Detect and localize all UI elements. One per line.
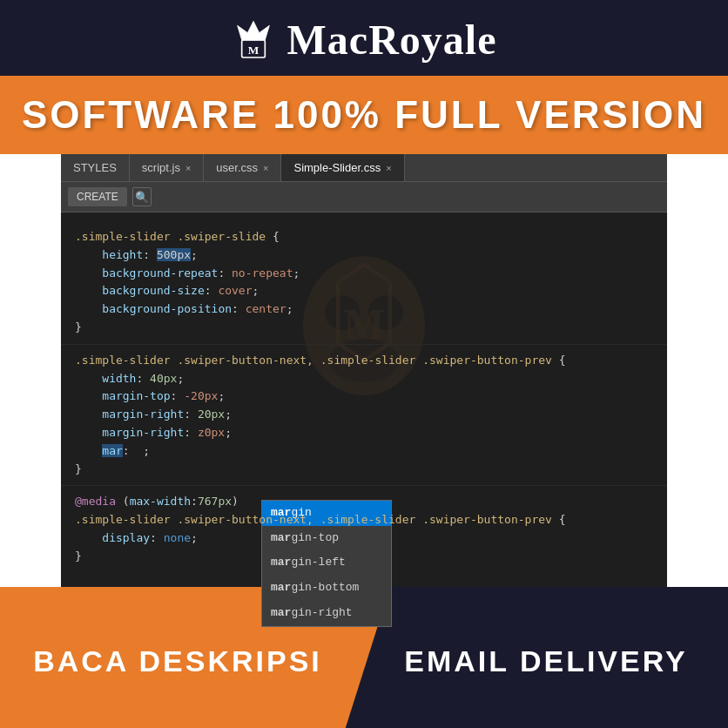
tab-scriptjs-label: script.js bbox=[142, 161, 180, 174]
code-block-2: .simple-slider .swiper-button-next, .sim… bbox=[61, 345, 667, 487]
tab-usercss[interactable]: user.css × bbox=[204, 154, 281, 181]
tab-simple-slider-close[interactable]: × bbox=[386, 163, 391, 173]
code-block-1: .simple-slider .swiper-slide { height: 5… bbox=[61, 221, 667, 345]
baca-deskripsi-text: BACA DESKRIPSI bbox=[33, 644, 322, 678]
toolbar: CREATE 🔍 bbox=[61, 182, 667, 212]
tab-styles-label: STYLES bbox=[73, 161, 117, 174]
software-banner-text: SOFTWARE 100% FULL VERSION bbox=[22, 93, 706, 136]
autocomplete-item-margin-right[interactable]: margin-right bbox=[262, 601, 391, 626]
tab-simple-slider-css[interactable]: Simple-Slider.css × bbox=[281, 154, 404, 181]
tab-scriptjs-close[interactable]: × bbox=[185, 163, 191, 173]
header: M MacRoyale bbox=[0, 0, 728, 76]
header-title: MacRoyale bbox=[287, 16, 497, 64]
macroyale-logo-icon: M bbox=[232, 18, 275, 62]
tab-usercss-label: user.css bbox=[216, 161, 258, 174]
bottom-right-panel: EMAIL DELIVERY bbox=[338, 587, 728, 728]
editor-wrapper: STYLES script.js × user.css × Simple-Sli… bbox=[61, 154, 667, 587]
autocomplete-item-margin-bottom[interactable]: margin-bottom bbox=[262, 576, 391, 601]
tab-simple-slider-label: Simple-Slider.css bbox=[293, 161, 381, 174]
svg-marker-0 bbox=[237, 21, 269, 40]
tab-bar: STYLES script.js × user.css × Simple-Sli… bbox=[61, 154, 667, 182]
tab-usercss-close[interactable]: × bbox=[263, 163, 268, 173]
create-button[interactable]: CREATE bbox=[68, 187, 127, 206]
tab-scriptjs[interactable]: script.js × bbox=[130, 154, 205, 181]
search-button[interactable]: 🔍 bbox=[132, 187, 152, 206]
search-icon: 🔍 bbox=[135, 191, 149, 204]
tab-styles[interactable]: STYLES bbox=[61, 154, 130, 181]
orange-banner: SOFTWARE 100% FULL VERSION bbox=[0, 76, 728, 154]
svg-text:M: M bbox=[247, 43, 259, 56]
code-area[interactable]: M .simple-slider .swiper-slide { height:… bbox=[61, 212, 667, 587]
email-delivery-text: EMAIL DELIVERY bbox=[404, 644, 687, 678]
code-block-3: @media (max-width:767px) .simple-slider … bbox=[61, 486, 667, 572]
